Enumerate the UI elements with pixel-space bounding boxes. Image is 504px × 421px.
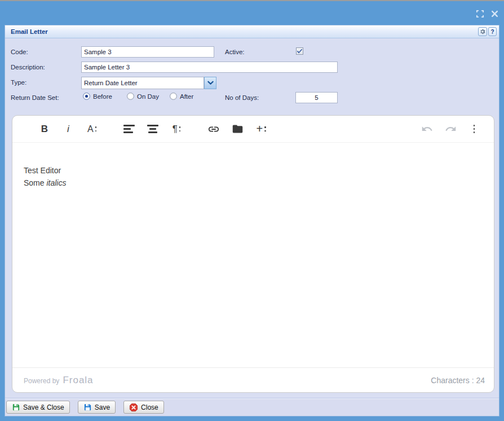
insert-more-button[interactable]: + [250, 119, 272, 140]
no-of-days-input[interactable] [295, 92, 338, 103]
active-checkbox[interactable] [296, 47, 303, 55]
paragraph-icon: ¶ [173, 124, 178, 135]
description-label: Description: [11, 64, 45, 71]
align-center-icon [147, 125, 158, 133]
type-dropdown-trigger[interactable] [204, 77, 216, 89]
editor-paragraph: Test Editor [24, 164, 483, 177]
align-left-button[interactable] [118, 119, 140, 140]
code-input[interactable] [81, 46, 214, 58]
redo-icon [445, 123, 457, 135]
save-button[interactable]: Save [78, 401, 116, 414]
gear-icon[interactable] [478, 27, 487, 36]
editor-content[interactable]: Test Editor Some italics [12, 143, 494, 367]
window-titlebar [0, 1, 504, 25]
dropdown-dots-icon [264, 126, 266, 131]
powered-by: Powered by Froala [24, 375, 94, 386]
editor-paragraph: Some italics [24, 177, 483, 189]
panel-header: Email Letter ? [5, 25, 499, 38]
description-input[interactable] [81, 62, 338, 73]
paragraph-format-button[interactable]: ¶ [166, 119, 187, 140]
window-close-icon[interactable] [490, 9, 499, 19]
radio-on-day[interactable]: On Day [127, 93, 159, 100]
plus-icon: + [256, 122, 263, 135]
radio-after[interactable]: After [170, 93, 193, 100]
save-and-close-button[interactable]: Save & Close [6, 401, 70, 414]
radio-on-day-label: On Day [137, 93, 159, 100]
radio-after-label: After [180, 93, 193, 100]
file-manager-button[interactable] [227, 119, 248, 140]
radio-before-label: Before [93, 93, 112, 100]
align-center-button[interactable] [142, 119, 163, 140]
footer-toolbar: Save & Close Save Clos [5, 398, 499, 416]
radio-icon [170, 93, 177, 100]
radio-before[interactable]: Before [83, 93, 112, 100]
panel-body: Code: Active: Description: Type: Ret [5, 38, 499, 416]
dropdown-dots-icon [95, 126, 97, 131]
active-label: Active: [225, 49, 245, 55]
editor-footer: Powered by Froala Characters : 24 [12, 367, 494, 392]
radio-icon [83, 93, 90, 100]
font-options-button[interactable]: A [81, 119, 103, 140]
save-close-icon [12, 403, 20, 411]
folder-icon [232, 123, 244, 135]
type-label: Type: [11, 79, 26, 86]
code-label: Code: [11, 49, 28, 55]
italic-icon: i [67, 124, 69, 135]
character-count: Characters : 24 [431, 376, 485, 385]
italic-button[interactable]: i [58, 119, 79, 140]
undo-button[interactable] [416, 119, 437, 140]
panel-title: Email Letter [11, 28, 48, 35]
type-input[interactable] [81, 77, 204, 89]
link-icon [207, 123, 220, 135]
insert-link-button[interactable] [203, 119, 224, 140]
undo-icon [421, 123, 433, 135]
more-options-button[interactable] [463, 119, 485, 140]
maximize-icon[interactable] [475, 9, 485, 19]
align-left-icon [123, 125, 135, 133]
bold-icon: B [41, 124, 48, 135]
close-button[interactable]: Close [123, 401, 164, 414]
italic-text: italics [46, 178, 66, 187]
email-letter-panel: Email Letter ? Code: Active: D [5, 25, 499, 416]
dropdown-dots-icon [179, 126, 181, 131]
save-icon [83, 403, 92, 411]
more-vertical-icon [474, 125, 475, 133]
close-icon [129, 403, 138, 412]
no-of-days-label: No of Days: [225, 94, 259, 101]
help-icon[interactable]: ? [488, 27, 497, 36]
return-date-set-label: Return Date Set: [11, 94, 59, 101]
editor-toolbar: B i A ¶ [12, 116, 494, 143]
froala-brand-link[interactable]: Froala [63, 375, 93, 386]
redo-button[interactable] [440, 119, 461, 140]
radio-icon [127, 93, 134, 100]
font-icon: A [87, 124, 94, 134]
bold-button[interactable]: B [34, 119, 55, 140]
rich-text-editor: B i A ¶ [12, 115, 494, 393]
application-window: Email Letter ? Code: Active: D [0, 0, 504, 421]
